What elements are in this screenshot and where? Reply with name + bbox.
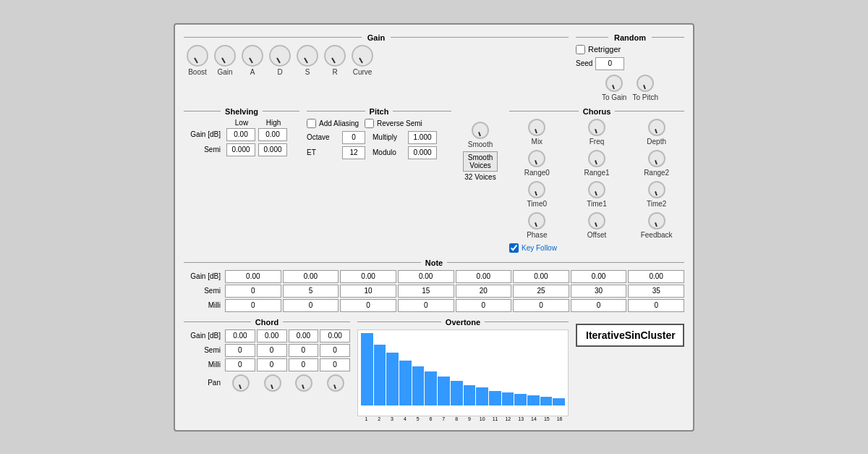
freq-knob[interactable] [588,119,605,136]
smooth-knob[interactable] [472,122,489,139]
phase-knob[interactable] [528,212,545,230]
range2-knob[interactable] [648,150,665,167]
note-semi-1[interactable] [283,285,339,298]
overtone-chart[interactable] [357,329,569,416]
chord-milli-3[interactable] [320,358,350,371]
overtone-bar-label-6: 7 [438,416,450,421]
overtone-bar-5[interactable] [425,371,437,405]
chord-gain-2[interactable] [289,329,319,342]
octave-input[interactable] [342,131,365,144]
gain-knob[interactable] [214,45,236,67]
note-semi-4[interactable] [456,285,512,298]
curve-knob[interactable] [352,45,373,67]
chord-semi-1[interactable] [257,344,287,357]
time1-knob[interactable] [588,181,605,198]
note-gain-5[interactable] [513,270,569,283]
overtone-bar-15[interactable] [553,398,565,405]
depth-knob[interactable] [648,119,665,136]
modulo-input[interactable] [408,146,437,159]
mix-knob[interactable] [528,119,545,136]
seed-input[interactable] [595,57,624,70]
note-milli-4[interactable] [456,299,512,312]
range0-knob[interactable] [528,150,545,167]
overtone-bar-11[interactable] [502,392,514,405]
note-milli-7[interactable] [628,299,684,312]
s-knob[interactable] [297,45,318,67]
a-knob[interactable] [242,45,263,67]
d-knob[interactable] [269,45,291,67]
note-milli-2[interactable] [340,299,396,312]
chord-semi-2[interactable] [289,344,319,357]
overtone-bar-label-3: 4 [399,416,411,421]
note-milli-3[interactable] [398,299,454,312]
to-pitch-knob[interactable] [637,75,654,92]
shelving-high-gain-input[interactable] [258,128,287,141]
note-semi-3[interactable] [398,285,454,298]
note-gain-2[interactable] [340,270,396,283]
multiply-input[interactable] [408,131,437,144]
chord-milli-1[interactable] [257,358,287,371]
chord-gain-3[interactable] [320,329,350,342]
overtone-bar-label-11: 12 [502,416,514,421]
smooth-section: Smooth SmoothVoices 32 Voices [459,107,502,253]
note-milli-6[interactable] [571,299,627,312]
note-gain-6[interactable] [571,270,627,283]
feedback-knob[interactable] [648,212,665,230]
note-gain-4[interactable] [456,270,512,283]
chord-pan-knob-1[interactable] [264,374,281,392]
key-follow-checkbox[interactable] [509,243,519,253]
chord-gain-0[interactable] [225,329,255,342]
note-gain-3[interactable] [398,270,454,283]
chord-semi-3[interactable] [320,344,350,357]
reverse-semi-checkbox[interactable] [365,119,374,128]
note-milli-0[interactable] [225,299,281,312]
note-semi-2[interactable] [340,285,396,298]
time0-knob[interactable] [528,181,545,198]
chord-pan-knob-2[interactable] [295,374,312,392]
chord-semi-0[interactable] [225,344,255,357]
add-aliasing-checkbox[interactable] [307,119,316,128]
overtone-bar-8[interactable] [464,385,476,405]
shelving-high-semi-input[interactable] [258,143,287,156]
overtone-bar-0[interactable] [361,333,373,405]
r-knob[interactable] [324,45,346,67]
shelving-low-semi-input[interactable] [226,143,255,156]
overtone-bar-3[interactable] [399,361,412,405]
chord-pan-3 [321,374,350,392]
offset-knob[interactable] [588,212,605,230]
note-gain-1[interactable] [283,270,339,283]
chord-gain-1[interactable] [257,329,287,342]
range1-knob[interactable] [588,150,605,167]
overtone-bar-1[interactable] [374,345,386,405]
chord-milli-0[interactable] [225,358,255,371]
shelving-low-gain-input[interactable] [226,128,255,141]
note-semi-0[interactable] [225,285,281,298]
overtone-bar-2[interactable] [386,353,399,405]
overtone-bar-13[interactable] [527,395,540,405]
note-semi-5[interactable] [513,285,569,298]
note-semi-7[interactable] [628,285,684,298]
overtone-bar-14[interactable] [540,397,553,405]
overtone-bar-9[interactable] [476,387,488,405]
chord-milli-2[interactable] [289,358,319,371]
shelving-semi-label: Semi [184,146,224,154]
overtone-bar-4[interactable] [412,366,425,405]
et-input[interactable] [342,146,365,159]
chord-pan-knob-3[interactable] [327,374,344,392]
note-semi-6[interactable] [571,285,627,298]
note-milli-1[interactable] [283,299,339,312]
note-gain-7[interactable] [628,270,684,283]
to-gain-knob[interactable] [605,75,623,92]
overtone-bar-7[interactable] [451,381,463,405]
overtone-bar-12[interactable] [514,394,527,405]
overtone-bar-10[interactable] [489,391,501,405]
chord-pan-knob-0[interactable] [232,374,250,392]
note-gain-0[interactable] [225,270,281,283]
boost-knob[interactable] [187,45,208,67]
note-milli-5[interactable] [513,299,569,312]
time2-knob[interactable] [648,181,665,198]
offset-knob-group: Offset [587,212,607,239]
retrigger-checkbox[interactable] [576,45,585,54]
overtone-bar-label-15: 16 [553,416,566,421]
overtone-bar-6[interactable] [438,377,450,405]
